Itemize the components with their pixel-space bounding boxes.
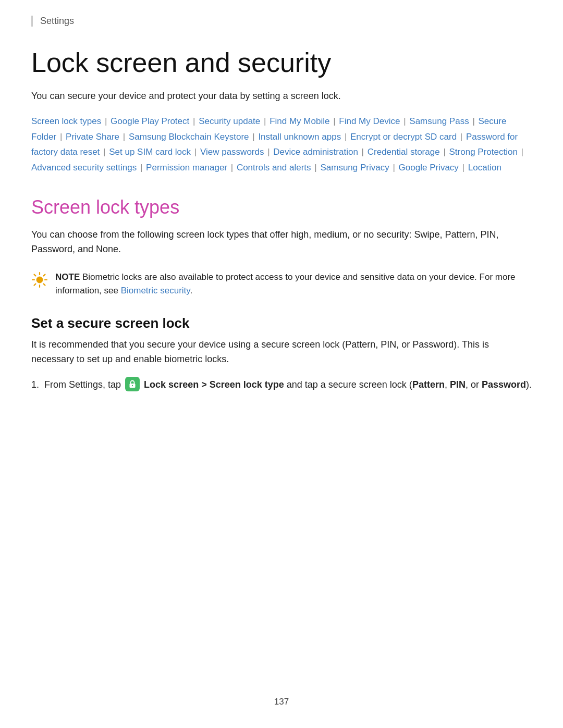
link-samsung-pass[interactable]: Samsung Pass [409, 116, 469, 126]
step-1-content: From Settings, tap Lock screen > Screen … [44, 377, 532, 392]
link-security-update[interactable]: Security update [199, 116, 260, 126]
note-sun-icon [31, 272, 48, 288]
link-permission[interactable]: Permission manager [146, 163, 227, 172]
link-screen-lock-types[interactable]: Screen lock types [31, 116, 101, 126]
link-controls-alerts[interactable]: Controls and alerts [237, 163, 311, 172]
link-unknown-apps[interactable]: Install unknown apps [258, 132, 341, 142]
link-credential[interactable]: Credential storage [368, 147, 440, 157]
link-strong-protection[interactable]: Strong Protection [449, 147, 518, 157]
note-end: . [190, 286, 193, 295]
lock-icon-svg [128, 379, 137, 389]
page-title: Lock screen and security [31, 47, 532, 79]
svg-line-5 [34, 274, 36, 276]
link-google-privacy[interactable]: Google Privacy [399, 163, 459, 172]
note-box: NOTE Biometric locks are also available … [31, 270, 532, 298]
link-encrypt-sd[interactable]: Encrypt or decrypt SD card [350, 132, 457, 142]
step-1-number: 1. [31, 377, 39, 392]
link-device-admin[interactable]: Device administration [273, 147, 358, 157]
link-view-passwords[interactable]: View passwords [200, 147, 264, 157]
page-footer: 137 [0, 697, 563, 707]
link-google-play[interactable]: Google Play Protect [111, 116, 189, 126]
step-1-pin: PIN [450, 379, 466, 390]
screen-lock-types-desc: You can choose from the following screen… [31, 228, 532, 257]
link-advanced-security[interactable]: Advanced security settings [31, 163, 137, 172]
link-private-share[interactable]: Private Share [66, 132, 119, 142]
step-1-link-text: Lock screen > Screen lock type [144, 379, 284, 390]
svg-point-10 [132, 385, 133, 386]
intro-text: You can secure your device and protect y… [31, 89, 532, 103]
secure-lock-title: Set a secure screen lock [31, 315, 532, 331]
svg-point-0 [36, 277, 43, 283]
screen-lock-types-title: Screen lock types [31, 196, 532, 218]
note-text: NOTE Biometric locks are also available … [55, 270, 532, 298]
page-container: Settings Lock screen and security You ca… [0, 0, 563, 728]
link-samsung-privacy[interactable]: Samsung Privacy [320, 163, 389, 172]
lock-screen-icon [125, 377, 140, 391]
step-1-password: Password [482, 379, 526, 390]
breadcrumb-text: Settings [40, 16, 74, 26]
link-biometric-security[interactable]: Biometric security [121, 286, 190, 295]
svg-line-8 [34, 283, 36, 285]
link-find-my-mobile[interactable]: Find My Mobile [270, 116, 329, 126]
svg-line-7 [44, 274, 45, 276]
step-1: 1. From Settings, tap Lock screen > Scre… [31, 377, 532, 392]
note-label: NOTE [55, 272, 80, 282]
note-icon [31, 272, 48, 290]
links-block: Screen lock types | Google Play Protect … [31, 114, 532, 176]
link-find-my-device[interactable]: Find My Device [339, 116, 400, 126]
step-1-pattern: Pattern [412, 379, 445, 390]
link-location[interactable]: Location [468, 163, 501, 172]
secure-lock-desc: It is recommended that you secure your d… [31, 338, 532, 367]
link-blockchain[interactable]: Samsung Blockchain Keystore [129, 132, 249, 142]
page-number: 137 [274, 697, 289, 707]
breadcrumb: Settings [31, 16, 532, 27]
svg-line-6 [44, 283, 45, 285]
link-sim-lock[interactable]: Set up SIM card lock [109, 147, 191, 157]
steps-list: 1. From Settings, tap Lock screen > Scre… [31, 377, 532, 392]
